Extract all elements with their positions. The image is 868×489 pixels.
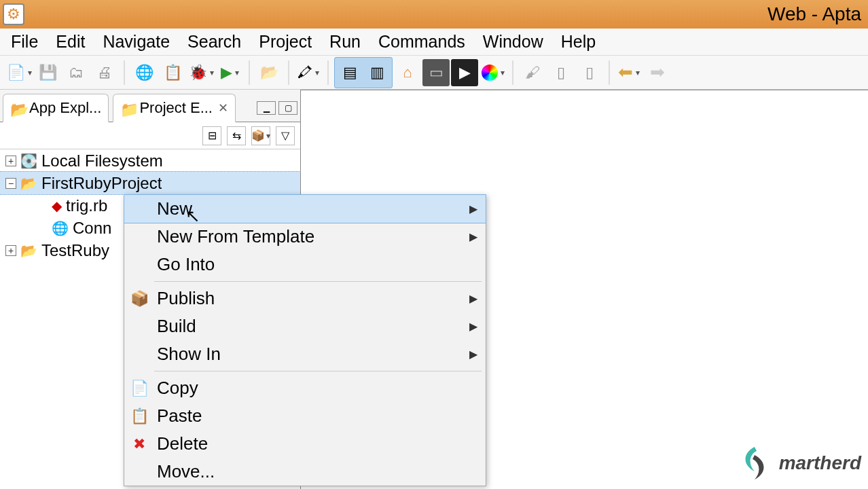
- menu-project[interactable]: Project: [252, 29, 319, 54]
- context-menu-show-in[interactable]: Show In ▶: [124, 340, 486, 368]
- menu-search[interactable]: Search: [181, 29, 248, 54]
- project-folder-icon: 📂: [20, 242, 37, 259]
- toolbar-separator: [288, 60, 289, 85]
- panel1-button[interactable]: ▯: [547, 59, 575, 86]
- save-all-button[interactable]: 🗂: [62, 59, 90, 86]
- print-button[interactable]: 🖨: [91, 59, 118, 86]
- panel2-button[interactable]: ▯: [576, 59, 603, 86]
- submenu-arrow-icon: ▶: [469, 230, 477, 243]
- tree-node-firstrubyproject[interactable]: − 📂 FirstRubyProject: [0, 172, 300, 194]
- toolbar-separator: [512, 60, 513, 85]
- package-button[interactable]: 📦: [251, 126, 270, 145]
- context-menu-go-into[interactable]: Go Into: [124, 251, 486, 278]
- brush-button[interactable]: 🖌: [519, 59, 546, 86]
- menu-item-label: New From Template: [154, 226, 469, 247]
- disk-icon: 💽: [20, 153, 37, 169]
- package-icon: 📦: [124, 290, 154, 308]
- collapse-icon[interactable]: −: [5, 178, 16, 189]
- expand-icon[interactable]: +: [5, 245, 16, 256]
- context-menu: New ▶ New From Template ▶ Go Into 📦 Publ…: [124, 194, 486, 486]
- watermark-text: martherd: [779, 452, 861, 474]
- context-menu-copy[interactable]: 📄 Copy: [124, 374, 486, 402]
- context-menu-move[interactable]: Move...: [124, 458, 486, 486]
- doc-button[interactable]: 📋: [159, 59, 186, 86]
- layout-right-button[interactable]: ▥: [363, 59, 391, 86]
- submenu-arrow-icon: ▶: [469, 202, 477, 215]
- project-folder-icon: 📂: [20, 175, 37, 192]
- context-menu-paste[interactable]: 📋 Paste: [124, 402, 486, 430]
- menu-help[interactable]: Help: [554, 29, 602, 54]
- tab-app-explorer[interactable]: 📂 App Expl...: [3, 94, 109, 122]
- view-menu-button[interactable]: ▽: [276, 126, 295, 145]
- menu-window[interactable]: Window: [476, 29, 550, 54]
- debug-button[interactable]: 🐞: [187, 59, 215, 86]
- toolbar-separator: [124, 60, 125, 85]
- tree-node-local-filesystem[interactable]: + 💽 Local Filesystem: [0, 149, 300, 172]
- new-file-button[interactable]: 📄: [5, 59, 33, 86]
- tab-project-explorer[interactable]: 📁 Project E... ✕: [113, 94, 236, 122]
- menu-item-label: New: [154, 198, 469, 219]
- collapse-all-button[interactable]: ⊟: [202, 126, 221, 145]
- close-icon[interactable]: ✕: [218, 101, 228, 115]
- copy-icon: 📄: [124, 380, 154, 397]
- menu-separator: [154, 281, 482, 282]
- menu-commands[interactable]: Commands: [372, 29, 472, 54]
- project-explorer-icon: 📁: [120, 101, 134, 115]
- panel-toolbar: ⊟ ⇆ 📦 ▽: [0, 122, 300, 149]
- menu-item-label: Go Into: [154, 254, 477, 275]
- context-menu-publish[interactable]: 📦 Publish ▶: [124, 285, 486, 312]
- highlighter-button[interactable]: 🖍: [295, 59, 322, 86]
- toolbar-separator: [327, 60, 329, 85]
- tab-label: App Expl...: [29, 99, 101, 117]
- tree-label: Local Filesystem: [41, 151, 163, 170]
- color-wheel-icon: [482, 65, 498, 81]
- menu-bar: File Edit Navigate Search Project Run Co…: [0, 29, 868, 56]
- minimize-panel-button[interactable]: ▁: [257, 101, 276, 115]
- save-button[interactable]: 💾: [34, 59, 61, 86]
- toolbar-separator: [249, 60, 250, 85]
- delete-icon: ✖: [124, 435, 154, 453]
- panel-controls: ▁ ▢: [257, 101, 297, 115]
- menu-item-label: Paste: [154, 405, 477, 427]
- paste-icon: 📋: [124, 408, 154, 425]
- toolbar: 📄 💾 🗂 🖨 🌐 📋 🐞 ▶ 📂 🖍 ▤ ▥ ⌂ ▭ ▶ 🖌 ▯ ▯ ⬅ ➡: [0, 56, 868, 90]
- layout-toggle-group: ▤ ▥: [334, 57, 393, 88]
- tree-label: TestRuby: [41, 241, 109, 260]
- ruby-file-icon: ◆: [52, 198, 62, 214]
- menu-edit[interactable]: Edit: [49, 29, 92, 54]
- context-menu-new[interactable]: New ▶: [124, 195, 486, 223]
- forward-button[interactable]: ➡: [644, 59, 671, 86]
- menu-separator: [154, 371, 482, 372]
- menu-navigate[interactable]: Navigate: [96, 29, 177, 54]
- maximize-panel-button[interactable]: ▢: [278, 101, 297, 115]
- context-menu-build[interactable]: Build ▶: [124, 312, 486, 340]
- link-editor-button[interactable]: ⇆: [227, 126, 246, 145]
- menu-item-label: Delete: [154, 433, 477, 454]
- color-picker-button[interactable]: [480, 59, 507, 86]
- layout-left-button[interactable]: ▤: [336, 59, 363, 86]
- context-menu-delete[interactable]: ✖ Delete: [124, 430, 486, 458]
- context-menu-new-from-template[interactable]: New From Template ▶: [124, 223, 486, 251]
- menu-file[interactable]: File: [4, 29, 45, 54]
- screen-button[interactable]: ▭: [422, 59, 450, 86]
- menu-item-label: Move...: [154, 461, 477, 482]
- tab-label: Project E...: [139, 99, 213, 117]
- watermark-logo: martherd: [734, 443, 861, 484]
- terminal-button[interactable]: ▶: [451, 59, 478, 86]
- open-folder-button[interactable]: 📂: [255, 59, 283, 86]
- tree-label: Conn: [73, 219, 111, 238]
- app-gear-icon: ⚙: [3, 3, 24, 25]
- home-button[interactable]: ⌂: [394, 59, 421, 86]
- window-title: Web - Apta: [767, 3, 861, 25]
- expand-icon[interactable]: +: [5, 156, 16, 166]
- menu-item-label: Publish: [154, 288, 469, 309]
- run-button[interactable]: ▶: [216, 59, 243, 86]
- menu-item-label: Build: [154, 316, 469, 337]
- menu-run[interactable]: Run: [323, 29, 367, 54]
- tree-label: trig.rb: [66, 196, 107, 215]
- title-bar: ⚙ Web - Apta: [0, 0, 868, 29]
- submenu-arrow-icon: ▶: [469, 348, 477, 361]
- back-button[interactable]: ⬅: [615, 59, 643, 86]
- globe-button[interactable]: 🌐: [130, 59, 158, 86]
- tree-label: FirstRubyProject: [41, 174, 162, 193]
